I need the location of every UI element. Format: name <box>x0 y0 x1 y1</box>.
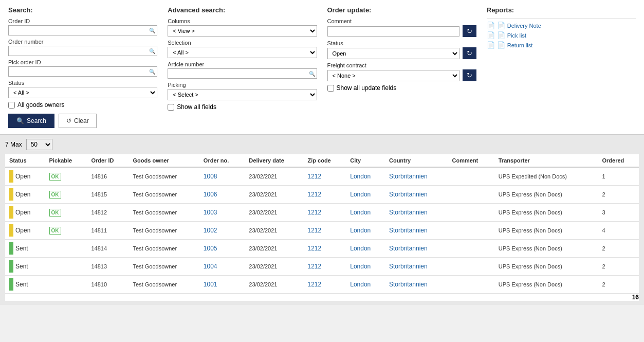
zip-code-link[interactable]: 1212 <box>308 263 322 270</box>
city-link[interactable]: London <box>350 263 371 270</box>
city-link[interactable]: London <box>350 173 371 180</box>
city-link[interactable]: London <box>350 227 371 234</box>
cell-pickable <box>45 258 87 276</box>
country-link[interactable]: Storbritannien <box>389 263 428 270</box>
selection-field: Selection < All > <box>168 40 317 58</box>
pick-list-pdf-icon[interactable]: 📄 <box>487 31 495 39</box>
status-text: Open <box>15 209 30 216</box>
cell-country: Storbritannien <box>385 258 448 276</box>
table-row[interactable]: Sent14810Test Goodsowner100123/02/202112… <box>5 276 639 294</box>
pick-list-link[interactable]: Pick list <box>507 32 526 39</box>
country-link[interactable]: Storbritannien <box>389 281 428 288</box>
per-page-select[interactable]: 50 25 100 <box>26 139 52 150</box>
cell-order-id: 14813 <box>87 258 128 276</box>
update-status-field: Status Open Sent Closed ↻ <box>327 40 476 59</box>
picking-select[interactable]: < Select > <box>168 89 317 100</box>
table-footer-row: 16 <box>5 294 639 301</box>
cell-zip-code: 1212 <box>304 276 346 294</box>
zip-code-link[interactable]: 1212 <box>308 173 322 180</box>
country-link[interactable]: Storbritannien <box>389 209 428 216</box>
zip-code-link[interactable]: 1212 <box>308 281 322 288</box>
order-no-link[interactable]: 1006 <box>204 191 217 198</box>
table-row[interactable]: OpenOK14812Test Goodsowner100323/02/2021… <box>5 204 639 222</box>
show-all-update-fields-checkbox[interactable] <box>327 85 334 92</box>
reports-title: Reports: <box>487 6 636 14</box>
order-no-link[interactable]: 1003 <box>204 209 217 216</box>
cell-delivery-date: 23/02/2021 <box>245 167 303 186</box>
pick-order-id-field: Pick order ID 🔍 <box>8 59 157 77</box>
update-status-select[interactable]: Open Sent Closed <box>327 48 459 59</box>
article-number-input[interactable] <box>168 68 317 79</box>
status-text: Sent <box>15 281 28 288</box>
max-label: 7 Max <box>5 141 22 148</box>
country-link[interactable]: Storbritannien <box>389 173 428 180</box>
search-button[interactable]: 🔍 Search <box>8 114 54 128</box>
delivery-note-pdf-icon[interactable]: 📄 <box>487 22 495 29</box>
city-link[interactable]: London <box>350 245 371 252</box>
order-no-link[interactable]: 1005 <box>204 245 217 252</box>
country-link[interactable]: Storbritannien <box>389 227 428 234</box>
order-number-search-icon: 🔍 <box>149 48 155 54</box>
pick-list-xls-icon[interactable]: 📄 <box>497 31 505 39</box>
status-refresh-button[interactable]: ↻ <box>463 47 476 59</box>
order-id-input[interactable] <box>8 25 157 35</box>
zip-code-link[interactable]: 1212 <box>308 209 322 216</box>
pick-order-id-input[interactable] <box>8 66 157 77</box>
cell-goods-owner: Test Goodsowner <box>129 258 199 276</box>
city-link[interactable]: London <box>350 209 371 216</box>
show-all-fields-checkbox[interactable] <box>168 104 174 111</box>
zip-code-link[interactable]: 1212 <box>308 245 322 252</box>
cell-status: Sent <box>5 276 45 294</box>
clear-button[interactable]: ↺ Clear <box>59 114 97 128</box>
comment-input[interactable] <box>327 26 459 37</box>
cell-country: Storbritannien <box>385 167 448 186</box>
cell-transporter: UPS Express (Non Docs) <box>494 276 598 294</box>
status-indicator <box>9 260 13 273</box>
order-no-link[interactable]: 1008 <box>204 173 217 180</box>
table-row[interactable]: OpenOK14811Test Goodsowner100223/02/2021… <box>5 222 639 240</box>
country-link[interactable]: Storbritannien <box>389 245 428 252</box>
return-list-xls-icon[interactable]: 📄 <box>497 41 505 49</box>
table-row[interactable]: Sent14814Test Goodsowner100523/02/202112… <box>5 240 639 258</box>
city-link[interactable]: London <box>350 191 371 198</box>
selection-select[interactable]: < All > <box>168 47 317 58</box>
order-no-link[interactable]: 1004 <box>204 263 217 270</box>
freight-refresh-button[interactable]: ↻ <box>463 69 476 81</box>
order-no-link[interactable]: 1001 <box>204 281 217 288</box>
order-no-link[interactable]: 1002 <box>204 227 217 234</box>
orders-table: Status Pickable Order ID Goods owner Ord… <box>5 154 639 301</box>
cell-ordered: 4 <box>598 222 639 240</box>
cell-status: Open <box>5 222 45 240</box>
delivery-note-xls-icon[interactable]: 📄 <box>497 22 505 29</box>
table-section: 7 Max 50 25 100 Status Pickable Order ID… <box>0 135 644 305</box>
status-text: Open <box>15 227 30 234</box>
zip-code-link[interactable]: 1212 <box>308 227 322 234</box>
zip-code-link[interactable]: 1212 <box>308 191 322 198</box>
cell-comment <box>448 222 494 240</box>
table-row[interactable]: Sent14813Test Goodsowner100423/02/202112… <box>5 258 639 276</box>
cell-status: Sent <box>5 258 45 276</box>
columns-field: Columns < View > <box>168 18 317 37</box>
order-number-input[interactable] <box>8 46 157 56</box>
return-list-link[interactable]: Return list <box>507 42 533 48</box>
columns-select[interactable]: < View > <box>168 25 317 37</box>
search-status-select[interactable]: < All > Open Sent Closed <box>8 87 157 98</box>
cell-city: London <box>346 276 385 294</box>
cell-transporter: UPS Express (Non Docs) <box>494 204 598 222</box>
search-status-field: Status < All > Open Sent Closed <box>8 80 157 98</box>
cell-order-no: 1002 <box>199 222 245 240</box>
city-link[interactable]: London <box>350 281 371 288</box>
cell-comment <box>448 167 494 186</box>
col-status: Status <box>5 154 45 167</box>
cell-transporter: UPS Express (Non Docs) <box>494 258 598 276</box>
all-goods-owners-checkbox[interactable] <box>8 102 15 109</box>
return-list-pdf-icon[interactable]: 📄 <box>487 41 495 49</box>
table-row[interactable]: OpenOK14816Test Goodsowner100823/02/2021… <box>5 167 639 186</box>
cell-order-id: 14811 <box>87 222 128 240</box>
country-link[interactable]: Storbritannien <box>389 191 428 198</box>
comment-refresh-button[interactable]: ↻ <box>463 25 476 37</box>
freight-contract-label: Freight contract <box>327 62 476 68</box>
table-row[interactable]: OpenOK14815Test Goodsowner100623/02/2021… <box>5 186 639 204</box>
freight-contract-select[interactable]: < None > <box>327 70 459 81</box>
delivery-note-link[interactable]: Delivery Note <box>507 23 541 29</box>
